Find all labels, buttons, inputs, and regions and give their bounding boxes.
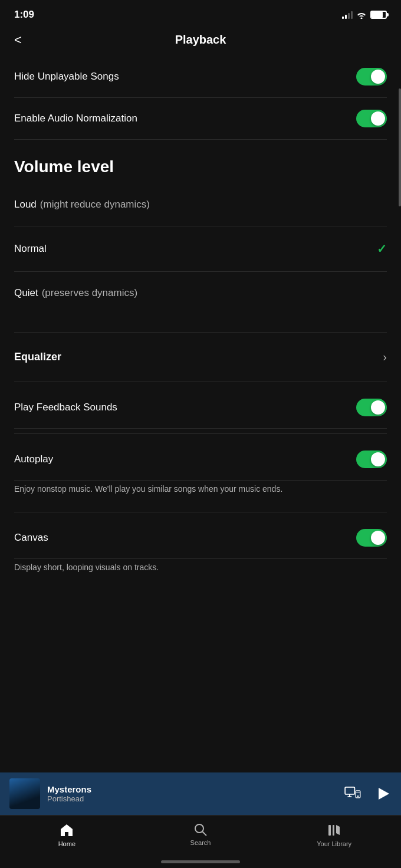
page-title: Playback [175, 33, 226, 47]
home-icon [59, 823, 74, 838]
home-indicator [161, 860, 240, 863]
autoplay-knob [371, 452, 385, 466]
settings-content: Hide Unplayable Songs Enable Audio Norma… [0, 56, 401, 703]
volume-normal-checkmark: ✓ [377, 242, 387, 256]
svg-point-5 [357, 795, 359, 797]
svg-point-6 [195, 824, 203, 833]
back-button[interactable]: < [14, 32, 22, 48]
equalizer-chevron: › [383, 350, 387, 364]
equalizer-row[interactable]: Equalizer › [14, 337, 387, 377]
nav-item-home[interactable]: Home [0, 823, 134, 847]
volume-quiet-label: Quiet(preserves dynamics) [14, 287, 137, 299]
play-icon [379, 788, 389, 800]
svg-rect-8 [328, 825, 331, 836]
search-icon [193, 823, 208, 837]
device-connect-button[interactable] [343, 787, 362, 801]
volume-level-heading: Volume level [14, 140, 387, 188]
equalizer-label: Equalizer [14, 351, 61, 363]
battery-icon [370, 11, 387, 19]
svg-rect-0 [345, 787, 354, 794]
now-playing-info: Mysterons Portishead [47, 784, 336, 803]
now-playing-controls [343, 785, 392, 803]
library-icon [327, 823, 342, 838]
nav-label-search: Search [190, 839, 211, 846]
hide-unplayable-label: Hide Unplayable Songs [14, 71, 119, 83]
volume-normal-label: Normal [14, 243, 47, 255]
play-button[interactable] [374, 785, 392, 803]
audio-normalization-row: Enable Audio Normalization [14, 98, 387, 140]
volume-option-normal[interactable]: Normal ✓ [14, 231, 387, 267]
now-playing-bar[interactable]: Mysterons Portishead [0, 772, 401, 815]
canvas-knob [371, 531, 385, 545]
play-feedback-row: Play Feedback Sounds [14, 387, 387, 429]
volume-option-quiet[interactable]: Quiet(preserves dynamics) [14, 277, 387, 310]
audio-normalization-label: Enable Audio Normalization [14, 113, 137, 124]
nav-label-library: Your Library [317, 840, 351, 847]
play-feedback-label: Play Feedback Sounds [14, 402, 117, 413]
svg-rect-9 [333, 825, 334, 836]
autoplay-row: Autoplay [14, 439, 387, 481]
album-art [9, 778, 40, 809]
scrollbar[interactable] [399, 88, 401, 206]
now-playing-title: Mysterons [47, 784, 336, 794]
play-feedback-toggle[interactable] [356, 399, 387, 416]
signal-icon [342, 11, 353, 19]
canvas-description: Display short, looping visuals on tracks… [14, 559, 387, 586]
autoplay-label: Autoplay [14, 453, 53, 465]
audio-normalization-knob [371, 111, 385, 126]
canvas-label: Canvas [14, 532, 48, 544]
nav-item-search[interactable]: Search [134, 823, 268, 846]
hide-unplayable-toggle[interactable] [356, 68, 387, 86]
wifi-icon [356, 11, 367, 19]
autoplay-description: Enjoy nonstop music. We'll play you simi… [14, 481, 387, 507]
header: < Playback [0, 26, 401, 56]
canvas-toggle[interactable] [356, 529, 387, 547]
volume-option-loud[interactable]: Loud(might reduce dynamics) [14, 188, 387, 221]
volume-loud-label: Loud(might reduce dynamics) [14, 199, 150, 211]
hide-unplayable-row: Hide Unplayable Songs [14, 56, 387, 98]
nav-item-library[interactable]: Your Library [267, 823, 401, 847]
status-time: 1:09 [14, 9, 34, 21]
canvas-row: Canvas [14, 517, 387, 559]
play-feedback-knob [371, 400, 385, 415]
svg-line-7 [203, 832, 207, 836]
status-icons [342, 11, 387, 19]
audio-normalization-toggle[interactable] [356, 110, 387, 127]
now-playing-artist: Portishead [47, 794, 336, 803]
nav-label-home: Home [58, 840, 75, 847]
status-bar: 1:09 [0, 0, 401, 26]
hide-unplayable-knob [371, 70, 385, 84]
autoplay-toggle[interactable] [356, 451, 387, 468]
